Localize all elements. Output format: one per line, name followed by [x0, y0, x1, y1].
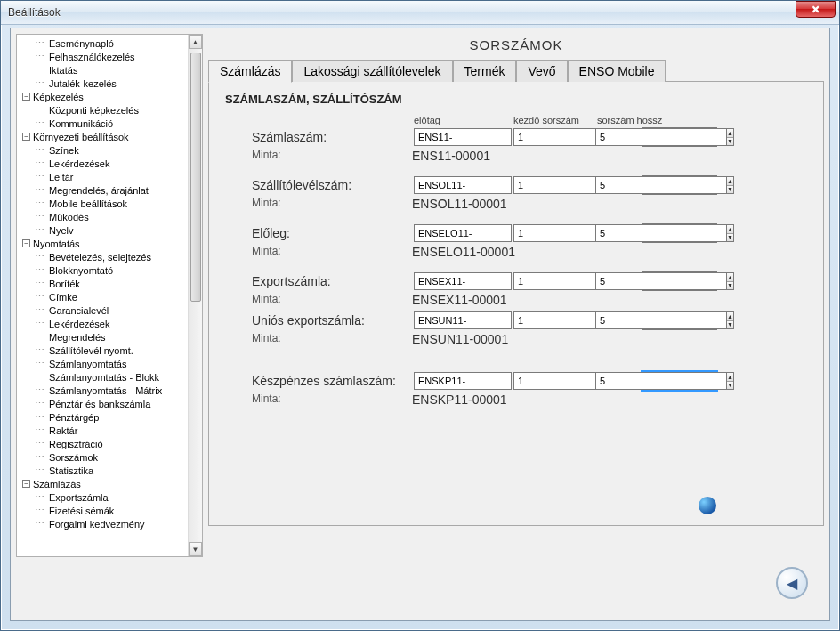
- length-spinner-input[interactable]: [595, 176, 726, 194]
- tree-item[interactable]: ⋯Jutalék-kezelés: [19, 77, 188, 90]
- spin-up-icon[interactable]: ▲: [727, 312, 733, 321]
- length-spinner-input[interactable]: [595, 311, 726, 329]
- tree-item[interactable]: −Számlázás: [19, 477, 188, 490]
- tree-item[interactable]: ⋯Pénztár és bankszámla: [19, 397, 188, 410]
- spin-down-icon[interactable]: ▼: [727, 282, 733, 290]
- tree-item[interactable]: ⋯Regisztráció: [19, 437, 188, 450]
- tree-item[interactable]: ⋯Központi képkezelés: [19, 103, 188, 117]
- collapse-icon[interactable]: −: [22, 133, 30, 141]
- tree-item[interactable]: ⋯Bevételezés, selejtezés: [19, 250, 188, 263]
- tab-term-k[interactable]: Termék: [453, 60, 517, 82]
- length-spinner[interactable]: ▲▼: [595, 128, 631, 146]
- spin-down-icon[interactable]: ▼: [727, 321, 733, 329]
- tree-item[interactable]: ⋯Címke: [19, 290, 188, 303]
- back-button[interactable]: ◀: [776, 567, 808, 599]
- sample-value: ENSUN11-00001: [412, 332, 723, 346]
- tab-sz-ml-z-s[interactable]: Számlázás: [208, 60, 292, 83]
- tree-item[interactable]: ⋯Sorszámok: [19, 450, 188, 464]
- prefix-input[interactable]: [414, 372, 512, 390]
- scroll-down-icon[interactable]: ▼: [189, 542, 202, 556]
- header-length: sorszám hossz: [597, 115, 722, 125]
- spin-down-icon[interactable]: ▼: [727, 186, 733, 194]
- numbering-row: Számlaszám:▲▼▲▼ELMENT: [225, 127, 807, 147]
- globe-icon[interactable]: [699, 497, 716, 514]
- spin-down-icon[interactable]: ▼: [727, 138, 733, 146]
- start-spinner[interactable]: ▲▼: [513, 272, 585, 290]
- tree-item[interactable]: ⋯Megrendelés: [19, 330, 188, 344]
- collapse-icon[interactable]: −: [22, 480, 30, 488]
- tree-item-label: Számlanyomtatás - Mátrix: [49, 385, 162, 396]
- tree-item[interactable]: ⋯Leltár: [19, 170, 188, 183]
- tree-item[interactable]: ⋯Színek: [19, 143, 188, 157]
- tree-item[interactable]: ⋯Működés: [19, 210, 188, 223]
- tree-item[interactable]: −Környezeti beállítások: [19, 130, 188, 143]
- tree-item[interactable]: ⋯Raktár: [19, 424, 188, 437]
- prefix-input[interactable]: [414, 128, 512, 146]
- start-spinner[interactable]: ▲▼: [513, 224, 585, 242]
- tree-item[interactable]: ⋯Lekérdezések: [19, 317, 188, 330]
- collapse-icon[interactable]: −: [22, 93, 30, 101]
- tree-item[interactable]: −Képkezelés: [19, 90, 188, 103]
- tree-item[interactable]: ⋯Felhasználókezelés: [19, 50, 188, 63]
- length-spinner-input[interactable]: [595, 372, 726, 390]
- length-spinner[interactable]: ▲▼: [595, 176, 631, 194]
- tree-item[interactable]: ⋯Megrendelés, árajánlat: [19, 183, 188, 197]
- tree-item[interactable]: ⋯Boríték: [19, 277, 188, 290]
- length-spinner[interactable]: ▲▼: [595, 224, 631, 242]
- sample-value: ENS11-00001: [412, 149, 723, 163]
- spin-up-icon[interactable]: ▲: [727, 225, 733, 234]
- prefix-input[interactable]: [414, 224, 512, 242]
- prefix-input[interactable]: [414, 311, 512, 329]
- tab-vev-[interactable]: Vevő: [516, 60, 567, 82]
- spin-down-icon[interactable]: ▼: [727, 234, 733, 242]
- tree-item-label: Bevételezés, selejtezés: [49, 252, 151, 263]
- tree-item-label: Mobile beállítások: [49, 198, 127, 209]
- tree-item[interactable]: ⋯Blokknyomtató: [19, 263, 188, 277]
- tree-item[interactable]: −Nyomtatás: [19, 237, 188, 250]
- tab-lakoss-gi-sz-ll-t-levelek[interactable]: Lakossági szállítólevelek: [292, 60, 452, 82]
- spin-up-icon[interactable]: ▲: [727, 129, 733, 138]
- tree-item[interactable]: ⋯Forgalmi kedvezmény: [19, 517, 188, 530]
- tree-item[interactable]: ⋯Pénztárgép: [19, 410, 188, 424]
- settings-window: Beállítások ✕ ⋯Eseménynapló⋯Felhasználók…: [0, 0, 840, 631]
- start-spinner[interactable]: ▲▼: [513, 311, 585, 329]
- spin-up-icon[interactable]: ▲: [727, 373, 733, 382]
- tree-item[interactable]: ⋯Számlanyomtatás - Mátrix: [19, 384, 188, 397]
- tree-item-label: Képkezelés: [33, 92, 84, 102]
- length-spinner-input[interactable]: [595, 272, 726, 290]
- collapse-icon[interactable]: −: [22, 239, 30, 247]
- tree-item[interactable]: ⋯Mobile beállítások: [19, 197, 188, 210]
- tree-item[interactable]: ⋯Exportszámla: [19, 490, 188, 504]
- scroll-up-icon[interactable]: ▲: [189, 35, 202, 49]
- length-spinner-input[interactable]: [595, 128, 726, 146]
- prefix-input[interactable]: [414, 176, 512, 194]
- tab-enso-mobile[interactable]: ENSO Mobile: [568, 60, 666, 82]
- tree-item[interactable]: ⋯Szállítólevél nyomt.: [19, 344, 188, 357]
- tree-item[interactable]: ⋯Statisztika: [19, 464, 188, 477]
- start-spinner[interactable]: ▲▼: [513, 128, 585, 146]
- spin-up-icon[interactable]: ▲: [727, 177, 733, 186]
- tree-item[interactable]: ⋯Nyelv: [19, 223, 188, 237]
- sidebar-scrollbar[interactable]: ▲ ▼: [188, 35, 202, 556]
- close-button[interactable]: ✕: [796, 1, 836, 18]
- tree-item[interactable]: ⋯Számlanyomtatás: [19, 357, 188, 370]
- length-spinner[interactable]: ▲▼: [595, 372, 631, 390]
- start-spinner[interactable]: ▲▼: [513, 176, 585, 194]
- length-spinner[interactable]: ▲▼: [595, 311, 631, 329]
- tree-item[interactable]: ⋯Eseménynapló: [19, 36, 188, 50]
- tree-item[interactable]: ⋯Garancialevél: [19, 303, 188, 317]
- spin-down-icon[interactable]: ▼: [727, 382, 733, 390]
- start-spinner[interactable]: ▲▼: [513, 372, 585, 390]
- row-label: Számlaszám:: [225, 130, 412, 144]
- spin-up-icon[interactable]: ▲: [727, 273, 733, 282]
- tree-item[interactable]: ⋯Iktatás: [19, 63, 188, 77]
- length-spinner-input[interactable]: [595, 224, 726, 242]
- prefix-input[interactable]: [414, 272, 512, 290]
- tree-item[interactable]: ⋯Számlanyomtatás - Blokk: [19, 370, 188, 384]
- scroll-thumb[interactable]: [190, 53, 201, 302]
- tree-item[interactable]: ⋯Fizetési sémák: [19, 504, 188, 517]
- tree-item[interactable]: ⋯Lekérdezések: [19, 157, 188, 170]
- sample-label: Minta:: [225, 332, 412, 346]
- tree-item[interactable]: ⋯Kommunikáció: [19, 117, 188, 130]
- length-spinner[interactable]: ▲▼: [595, 272, 631, 290]
